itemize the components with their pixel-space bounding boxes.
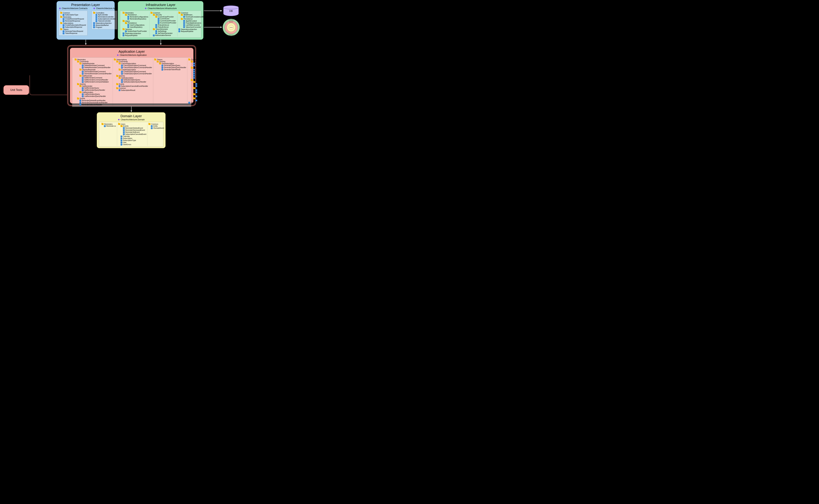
tree-label: GenerateTokenQuery <box>164 65 180 66</box>
csharp-file-icon <box>63 26 64 28</box>
tree-label: UsersRepository <box>130 26 142 28</box>
csharp-file-icon <box>125 30 127 32</box>
tree-label: ReminderSetEvent <box>125 131 140 133</box>
file-node: ICurrentUserProvider <box>158 22 176 24</box>
domain-col: RemindersReminder.cs <box>100 123 117 146</box>
tree-label: SetReminderCommand <box>84 77 102 79</box>
tree-label: DependencyInjection <box>181 28 197 30</box>
csharp-file-icon <box>120 142 122 143</box>
project-label: CleanArchitecture.Api <box>96 7 116 10</box>
tree-label: DependencyInjection <box>191 102 207 104</box>
file-node: JwtSettings <box>155 30 176 32</box>
tree-label: Common <box>63 12 70 14</box>
tree-label: AuthorizationService <box>155 34 171 36</box>
tree-label: SubscriptionResponse <box>65 26 82 28</box>
project-application: CleanArchitecture.Application <box>70 54 193 57</box>
file-node: GenerateTokenResult <box>161 69 186 71</box>
folder-icon <box>193 87 195 89</box>
file-node: IJwtTokenGenerator <box>193 73 216 75</box>
tree-label: GetReminder <box>82 85 92 87</box>
vs-icon <box>93 7 95 10</box>
tree-label: IRemindersRepository <box>195 75 212 77</box>
file-node: EventualConsistencyMiddleware <box>183 16 210 18</box>
file-node: IRemindersRepository <box>193 75 216 77</box>
tree-label: RemindersRepository <box>130 18 146 20</box>
tree-label: ICurrentUserProvider <box>160 22 176 24</box>
folder-node: TokenGenerator <box>153 28 176 30</box>
folder-icon <box>79 75 81 77</box>
tree-label: Subscriptions <box>63 22 73 24</box>
folder-node: Common <box>60 12 86 14</box>
file-node: GetSubscriptionQuery <box>121 79 152 81</box>
folder-node: Users <box>118 123 146 125</box>
tree-label: GenerateTokenQueryHandler <box>164 67 186 68</box>
file-node: SetReminderCommandValidator <box>82 81 112 83</box>
folder-icon <box>116 83 118 85</box>
folder-icon <box>79 69 81 71</box>
csharp-file-icon <box>155 32 157 34</box>
file-node: DependencyInjection <box>93 22 116 24</box>
tree-label: ListOfIdsConverter <box>186 24 200 26</box>
csharp-file-icon <box>193 77 195 79</box>
file-node: SubscriptionType <box>120 139 146 141</box>
file-node: SystemDateTimeProvider <box>125 30 148 32</box>
folder-node: GetSubscription <box>119 77 152 79</box>
file-node: GetSubscriptionQueryHandler <box>121 81 152 83</box>
csharp-file-icon <box>120 140 122 141</box>
tree-label: ReminderDeletedEventHandler <box>82 100 105 101</box>
tree-label: EventualConsistencyMiddleware <box>186 16 210 18</box>
file-node: ReminderDeletedEventHandler <box>79 100 112 101</box>
csharp-file-icon <box>121 73 123 75</box>
arrow-infrastructure-to-onion <box>204 27 221 27</box>
file-node: DependencyInjection <box>123 33 148 34</box>
file-node: RemindersController <box>96 16 116 18</box>
infra-panel: RemindersPersistenceReminderConfiguratio… <box>120 11 201 38</box>
csharp-file-icon <box>93 22 95 24</box>
tree-label: Services <box>125 28 132 30</box>
tree-label: ListReminders <box>82 91 93 93</box>
vs-icon <box>117 54 119 56</box>
project-label: CleanArchitecture.Contracts <box>62 7 87 10</box>
csharp-file-icon <box>161 65 163 66</box>
project-label: CleanArchitecture.Domain <box>121 118 145 121</box>
tree-label: Persistence <box>183 18 192 20</box>
domain-panel: RemindersReminder.cs UsersEventsReminder… <box>99 122 163 147</box>
csharp-file-icon <box>123 127 125 129</box>
folder-icon <box>193 81 195 83</box>
file-node: SubscriptionType <box>63 14 86 16</box>
unit-tests-label: Unit Tests <box>10 88 22 91</box>
project-contracts: CleanArchitecture.Contracts <box>57 7 90 11</box>
file-node: JwtTokenGenerator <box>155 32 176 34</box>
file-node: GenerateTokenRequest <box>63 30 86 32</box>
file-node: ReminderSetEventHandler <box>79 104 112 106</box>
folder-icon <box>159 63 161 64</box>
tree-label: ApiController <box>98 14 108 16</box>
folder-icon <box>150 12 153 14</box>
folder-node: Queries <box>157 61 186 62</box>
folder-icon <box>119 69 121 71</box>
infra-col: RemindersPersistenceReminderConfiguratio… <box>122 12 149 36</box>
file-node: ValidationBehavior <box>193 65 216 67</box>
tree-label: Subscriptions <box>117 59 127 61</box>
domain-col: UsersEventsReminderDeletedEventReminderD… <box>117 123 148 146</box>
csharp-file-icon <box>79 104 81 105</box>
folder-icon <box>157 61 159 62</box>
file-node: IPolicyEnforcer <box>155 24 176 26</box>
file-node: CreateSubscriptionRequest <box>63 24 86 26</box>
folder-node: Policies <box>193 93 216 95</box>
tree-label: DependencyInjection <box>125 33 141 34</box>
unit-tests-box: Unit Tests <box>3 85 29 95</box>
tree-label: IJwtTokenGenerator <box>195 73 211 75</box>
tree-label: Reminders <box>104 123 112 125</box>
csharp-file-icon <box>155 24 157 26</box>
tree-label: Permission.Reminder <box>198 89 214 91</box>
file-node: ReminderSetEvent <box>123 131 146 133</box>
csharp-file-icon <box>183 16 185 18</box>
tree-label: Events <box>80 98 85 99</box>
folder-node: CancelSubscription <box>119 63 152 65</box>
file-node: GetReminderQueryHandler <box>82 89 112 91</box>
folder-node: Events <box>77 98 112 99</box>
tree-label: Users <box>121 123 125 125</box>
file-node: SubscriptionResult <box>119 89 152 91</box>
folder-node: Security <box>191 79 216 81</box>
